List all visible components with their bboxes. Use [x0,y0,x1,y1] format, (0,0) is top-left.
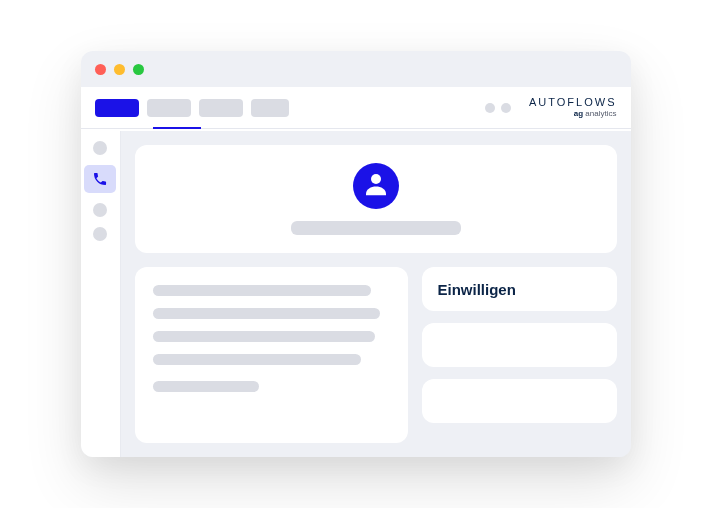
text-placeholder [153,285,371,296]
nav-tab[interactable] [147,99,191,117]
svg-point-0 [371,174,381,184]
status-dot [501,103,511,113]
app-window: AUTOFLOWS ag analytics [81,51,631,457]
minimize-icon[interactable] [114,64,125,75]
titlebar [81,51,631,87]
status-dots [485,103,511,113]
nav-tab-active[interactable] [95,99,139,117]
brand: AUTOFLOWS ag analytics [529,97,616,118]
sidebar-item[interactable] [93,141,107,155]
main-content: Einwilligen [121,131,631,457]
close-icon[interactable] [95,64,106,75]
nav-tab[interactable] [199,99,243,117]
avatar [353,163,399,209]
top-nav: AUTOFLOWS ag analytics [81,87,631,129]
text-placeholder [153,331,376,342]
text-placeholder [153,308,381,319]
consent-card[interactable]: Einwilligen [422,267,617,311]
sidebar-item[interactable] [93,203,107,217]
text-placeholder [153,354,362,365]
details-card [135,267,408,443]
text-placeholder [153,381,260,392]
phone-icon [92,171,108,187]
maximize-icon[interactable] [133,64,144,75]
status-dot [485,103,495,113]
sidebar-item[interactable] [93,227,107,241]
profile-name-placeholder [291,221,461,235]
brand-title: AUTOFLOWS [529,97,616,108]
side-card[interactable] [422,379,617,423]
consent-label: Einwilligen [438,281,516,298]
person-icon [361,169,391,203]
brand-subtitle: ag analytics [529,110,616,118]
profile-card [135,145,617,253]
side-cards: Einwilligen [422,267,617,443]
sidebar-item-calls[interactable] [84,165,116,193]
side-card[interactable] [422,323,617,367]
sidebar [81,131,121,457]
nav-tab[interactable] [251,99,289,117]
tab-underline [153,127,201,129]
